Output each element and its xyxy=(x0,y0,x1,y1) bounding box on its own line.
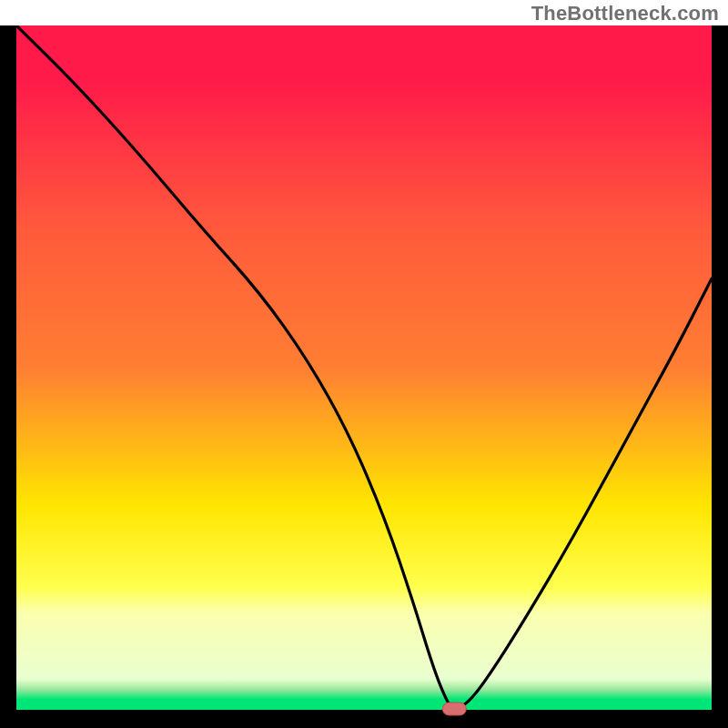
bottleneck-chart xyxy=(0,0,728,728)
svg-rect-3 xyxy=(16,25,712,710)
watermark-text: TheBottleneck.com xyxy=(531,2,719,25)
optimal-marker xyxy=(442,703,466,715)
chart-container: TheBottleneck.com xyxy=(0,0,728,728)
